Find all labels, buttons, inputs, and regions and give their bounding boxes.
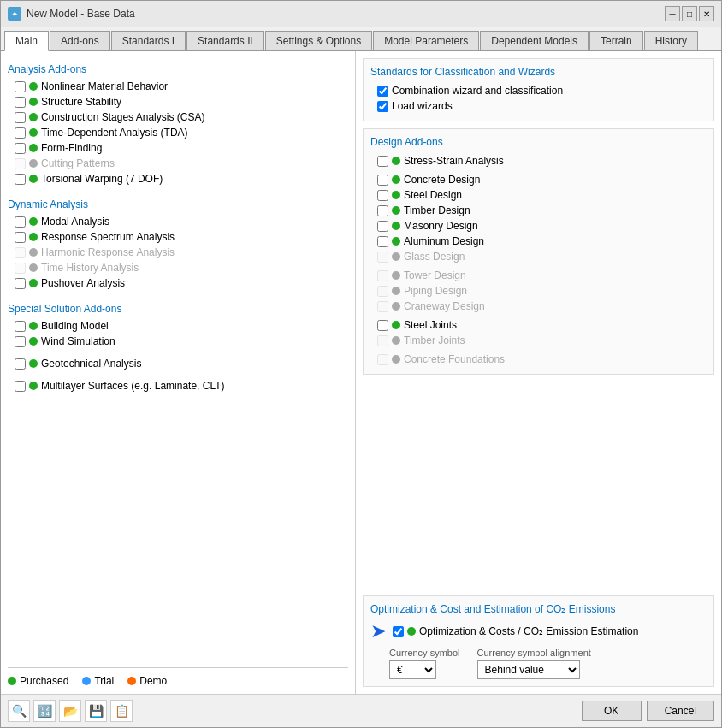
copy-tool-button[interactable]: 📋: [110, 700, 133, 722]
green-dot: [29, 337, 38, 346]
form-finding-checkbox[interactable]: [15, 143, 26, 154]
demo-label: Demo: [139, 675, 167, 687]
tab-history[interactable]: History: [644, 31, 698, 50]
concrete-foundations-checkbox[interactable]: [377, 354, 388, 365]
green-dot: [392, 175, 400, 184]
timber-joints-checkbox[interactable]: [377, 335, 388, 346]
harmonic-label: Harmonic Response Analysis: [41, 246, 175, 258]
list-item: Stress-Strain Analysis: [370, 153, 707, 169]
torsional-checkbox[interactable]: [15, 174, 26, 185]
list-item: Multilayer Surfaces (e.g. Laminate, CLT): [8, 378, 348, 394]
piping-design-checkbox[interactable]: [377, 286, 388, 297]
gray-dot: [29, 263, 38, 272]
list-item: Craneway Design: [370, 299, 707, 314]
masonry-design-checkbox[interactable]: [377, 221, 388, 232]
tab-addons[interactable]: Add-ons: [50, 31, 110, 50]
steel-joints-checkbox[interactable]: [377, 320, 388, 331]
gray-dot: [29, 248, 38, 257]
gray-dot: [392, 252, 400, 261]
currency-symbol-select[interactable]: € $ £: [389, 660, 436, 679]
csa-checkbox[interactable]: [15, 112, 26, 123]
optimization-checkbox[interactable]: [393, 626, 404, 637]
load-wizards-checkbox[interactable]: [377, 101, 388, 112]
craneway-design-checkbox[interactable]: [377, 301, 388, 312]
calc-tool-button[interactable]: 🔢: [33, 700, 56, 722]
green-dot: [29, 82, 38, 91]
modal-checkbox[interactable]: [15, 216, 26, 228]
green-dot: [29, 233, 38, 241]
time-history-checkbox[interactable]: [15, 263, 26, 274]
timber-design-checkbox[interactable]: [377, 205, 388, 216]
building-model-checkbox[interactable]: [15, 321, 26, 332]
tower-design-checkbox[interactable]: [377, 270, 388, 281]
steel-design-checkbox[interactable]: [377, 190, 388, 201]
csa-label: Construction Stages Analysis (CSA): [41, 111, 204, 123]
cancel-button[interactable]: Cancel: [647, 701, 714, 721]
maximize-button[interactable]: □: [682, 6, 697, 21]
gray-dot: [392, 302, 400, 311]
stress-strain-checkbox[interactable]: [377, 156, 388, 167]
file-tool-button[interactable]: 📂: [59, 700, 81, 722]
purchased-dot: [8, 677, 16, 685]
time-history-label: Time History Analysis: [41, 262, 139, 274]
gray-dot: [392, 287, 400, 295]
list-item: Concrete Foundations: [370, 352, 707, 367]
list-item: Response Spectrum Analysis: [8, 229, 348, 245]
tab-standards1[interactable]: Standards I: [111, 31, 186, 50]
gray-dot: [392, 336, 400, 345]
currency-alignment-select[interactable]: Behind value Before value: [477, 660, 580, 679]
wind-simulation-checkbox[interactable]: [15, 336, 26, 347]
list-item: Harmonic Response Analysis: [8, 245, 348, 260]
concrete-foundations-label: Concrete Foundations: [404, 353, 505, 365]
list-item: Construction Stages Analysis (CSA): [8, 109, 348, 125]
tab-dependent-models[interactable]: Dependent Models: [480, 31, 589, 50]
tab-model-params[interactable]: Model Parameters: [373, 31, 479, 50]
pushover-checkbox[interactable]: [15, 278, 26, 289]
cutting-patterns-checkbox[interactable]: [15, 158, 26, 169]
list-item: Timber Design: [370, 203, 707, 218]
list-item: Building Model: [8, 318, 348, 334]
tab-terrain[interactable]: Terrain: [589, 31, 643, 50]
timber-design-label: Timber Design: [404, 204, 470, 216]
structure-stability-checkbox[interactable]: [15, 97, 26, 108]
concrete-design-checkbox[interactable]: [377, 175, 388, 186]
close-button[interactable]: ✕: [699, 6, 714, 21]
harmonic-checkbox[interactable]: [15, 247, 26, 258]
purchased-label: Purchased: [20, 675, 68, 687]
aluminum-design-checkbox[interactable]: [377, 236, 388, 247]
tower-design-label: Tower Design: [404, 269, 466, 281]
gray-dot: [392, 271, 400, 280]
list-item: Concrete Design: [370, 172, 707, 187]
save-tool-button[interactable]: 💾: [85, 700, 107, 722]
window-title: New Model - Base Data: [27, 8, 135, 20]
piping-design-label: Piping Design: [404, 285, 467, 297]
minimize-button[interactable]: ─: [665, 6, 680, 21]
combination-wizard-label: Combination wizard and classification: [392, 85, 563, 97]
tab-standards2[interactable]: Standards II: [186, 31, 264, 50]
nonlinear-checkbox[interactable]: [15, 81, 26, 92]
tab-settings[interactable]: Settings & Options: [265, 31, 372, 50]
green-dot: [29, 113, 38, 121]
currency-symbol-group: Currency symbol € $ £: [389, 648, 460, 679]
list-item: Time History Analysis: [8, 260, 348, 275]
tab-main[interactable]: Main: [4, 31, 49, 51]
special-section-title: Special Solution Add-ons: [8, 303, 348, 315]
title-bar: ✦ New Model - Base Data ─ □ ✕: [1, 1, 721, 27]
glass-design-label: Glass Design: [404, 251, 465, 263]
list-item: Time-Dependent Analysis (TDA): [8, 125, 348, 140]
tda-checkbox[interactable]: [15, 127, 26, 139]
list-item: Form-Finding: [8, 140, 348, 156]
list-item: Combination wizard and classification: [370, 83, 707, 98]
geotechnical-checkbox[interactable]: [15, 358, 26, 370]
analysis-section-title: Analysis Add-ons: [8, 63, 348, 75]
glass-design-checkbox[interactable]: [377, 252, 388, 263]
list-item: Aluminum Design: [370, 234, 707, 249]
ok-button[interactable]: OK: [582, 701, 642, 721]
combination-wizard-checkbox[interactable]: [377, 86, 388, 97]
multilayer-checkbox[interactable]: [15, 381, 26, 392]
currency-symbol-select-wrapper: € $ £: [389, 660, 460, 679]
masonry-design-label: Masonry Design: [404, 220, 478, 232]
green-dot: [29, 144, 38, 152]
response-spectrum-checkbox[interactable]: [15, 232, 26, 243]
search-tool-button[interactable]: 🔍: [8, 700, 30, 722]
